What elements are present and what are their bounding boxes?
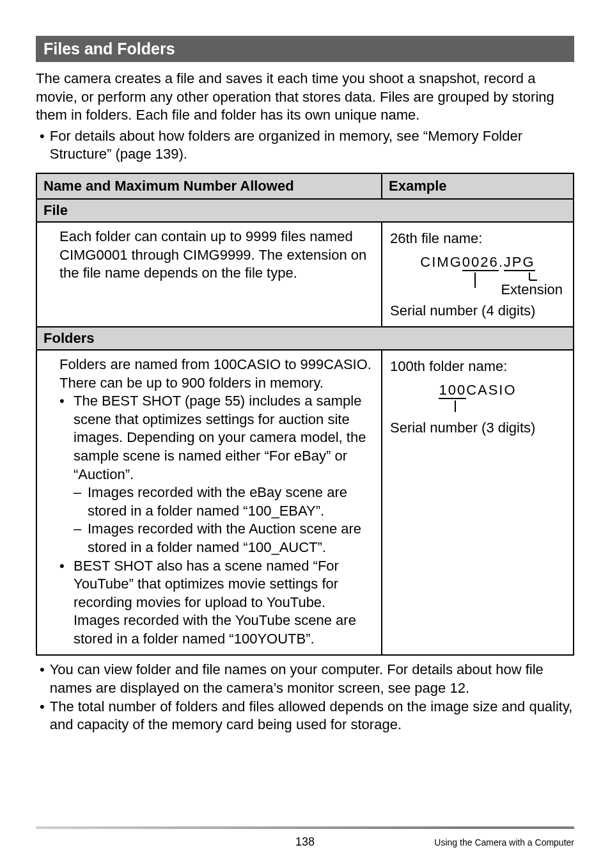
indent-cell-2: [36, 350, 52, 656]
files-folders-table: Name and Maximum Number Allowed Example …: [36, 173, 574, 656]
folder-desc-2: There can be up to 900 folders in memory…: [59, 374, 373, 393]
after-bullet-1-text: You can view folder and file names on yo…: [50, 661, 574, 697]
file-ext: JPG: [504, 254, 535, 271]
folder-dash-2: – Images recorded with the Auction scene…: [59, 520, 373, 556]
page-footer: 138 Using the Camera with a Computer: [0, 826, 610, 849]
dash-marker: –: [74, 484, 88, 502]
file-prefix: CIMG: [420, 254, 462, 270]
folder-example-label: 100th folder name:: [390, 356, 565, 377]
bullet-marker: •: [59, 557, 74, 576]
after-bullet-2-text: The total number of folders and files al…: [50, 698, 574, 734]
folder-suffix: CASIO: [466, 382, 516, 398]
bullet-marker: •: [36, 661, 50, 679]
folder-callout-lines: [390, 400, 563, 414]
file-serial: 0026: [462, 254, 499, 271]
folder-dash-1-text: Images recorded with the eBay scene are …: [88, 484, 373, 520]
bullet-marker: •: [36, 698, 50, 716]
footer-divider: [36, 826, 574, 829]
folder-bullet-1: • The BEST SHOT (page 55) includes a sam…: [59, 392, 373, 484]
file-serial-label: Serial number (4 digits): [390, 300, 565, 321]
file-example-diagram: CIMG0026.JPG: [390, 251, 565, 290]
folder-serial: 100: [439, 382, 466, 399]
folder-dash-2-text: Images recorded with the Auction scene a…: [88, 520, 373, 556]
folder-serial-label: Serial number (3 digits): [390, 417, 565, 438]
file-example-label: 26th file name:: [390, 228, 565, 249]
file-desc: Each folder can contain up to 9999 files…: [52, 222, 382, 327]
row-folder-label: Folders: [36, 327, 574, 350]
col-name: Name and Maximum Number Allowed: [36, 173, 382, 199]
col-example: Example: [382, 173, 574, 199]
after-bullet-1: • You can view folder and file names on …: [36, 661, 574, 697]
folder-bullet-2: • BEST SHOT also has a scene named “For …: [59, 557, 373, 649]
footer-section-name: Using the Camera with a Computer: [434, 837, 574, 848]
intro-bullet: • For details about how folders are orga…: [36, 127, 574, 164]
indent-cell: [36, 222, 52, 327]
folder-bullet-2-text: BEST SHOT also has a scene named “For Yo…: [74, 557, 373, 649]
section-title: Files and Folders: [36, 36, 574, 62]
after-bullet-2: • The total number of folders and files …: [36, 698, 574, 734]
dash-marker: –: [74, 520, 88, 539]
page-number: 138: [176, 835, 434, 849]
file-dot: .: [499, 254, 504, 270]
folder-desc-1: Folders are named from 100CASIO to 999CA…: [59, 356, 373, 374]
folder-bullet-1-text: The BEST SHOT (page 55) includes a sampl…: [74, 392, 373, 484]
intro-bullet-text: For details about how folders are organi…: [50, 127, 574, 164]
folder-example-diagram: 100CASIO: [390, 379, 565, 414]
file-example-cell: 26th file name: CIMG0026.JPG Extension S…: [382, 222, 574, 327]
intro-paragraph: The camera creates a file and saves it e…: [36, 70, 574, 125]
folder-desc-cell: Folders are named from 100CASIO to 999CA…: [52, 350, 382, 656]
bullet-marker: •: [36, 127, 50, 146]
row-file-label: File: [36, 199, 574, 222]
file-callout-lines: [390, 272, 563, 290]
bullet-marker: •: [59, 392, 74, 411]
folder-dash-1: – Images recorded with the eBay scene ar…: [59, 484, 373, 520]
folder-example-cell: 100th folder name: 100CASIO Serial numbe…: [382, 350, 574, 656]
